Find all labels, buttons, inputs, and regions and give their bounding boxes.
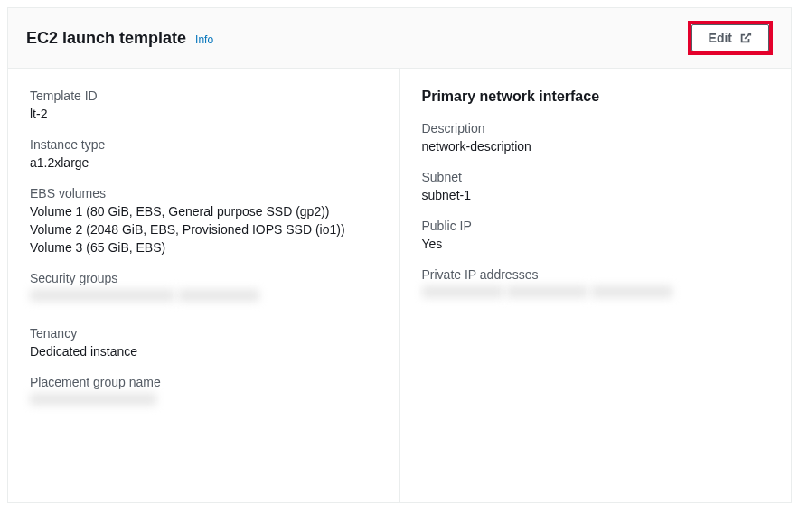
redacted-value [30, 393, 156, 406]
network-interface-heading: Primary network interface [422, 89, 770, 105]
ebs-volumes-list: Volume 1 (80 GiB, EBS, General purpose S… [30, 204, 378, 255]
edit-button-label: Edit [709, 31, 732, 45]
info-link[interactable]: Info [195, 33, 213, 46]
public-ip-field: Public IP Yes [422, 219, 770, 251]
placement-group-label: Placement group name [30, 375, 378, 389]
ebs-volumes-label: EBS volumes [30, 186, 378, 201]
redacted-value [30, 289, 174, 302]
description-field: Description network-description [422, 121, 770, 154]
instance-type-value: a1.2xlarge [30, 155, 378, 170]
left-column: Template ID lt-2 Instance type a1.2xlarg… [8, 69, 400, 502]
instance-type-field: Instance type a1.2xlarge [30, 137, 378, 170]
placement-group-field: Placement group name [30, 375, 378, 414]
template-id-field: Template ID lt-2 [30, 89, 378, 121]
redacted-value [422, 285, 503, 298]
external-link-icon [739, 32, 752, 44]
tenancy-label: Tenancy [30, 326, 378, 341]
redacted-value [506, 285, 588, 298]
ebs-volume-item: Volume 3 (65 GiB, EBS) [30, 240, 378, 255]
security-groups-field: Security groups [30, 271, 378, 310]
redacted-value [591, 285, 672, 298]
tenancy-field: Tenancy Dedicated instance [30, 326, 378, 359]
ebs-volumes-field: EBS volumes Volume 1 (80 GiB, EBS, Gener… [30, 186, 378, 255]
public-ip-label: Public IP [422, 219, 770, 233]
instance-type-label: Instance type [30, 137, 378, 152]
panel-title: EC2 launch template [26, 29, 186, 48]
description-value: network-description [422, 139, 770, 154]
right-column: Primary network interface Description ne… [400, 69, 792, 502]
edit-button-highlight: Edit [688, 21, 773, 55]
ec2-launch-template-panel: EC2 launch template Info Edit Template I… [7, 7, 792, 503]
security-groups-label: Security groups [30, 271, 378, 285]
panel-header-left: EC2 launch template Info [26, 29, 213, 48]
tenancy-value: Dedicated instance [30, 344, 378, 359]
security-groups-value [30, 289, 378, 310]
template-id-label: Template ID [30, 89, 378, 103]
ebs-volume-item: Volume 1 (80 GiB, EBS, General purpose S… [30, 204, 378, 219]
edit-button[interactable]: Edit [691, 24, 769, 51]
subnet-field: Subnet subnet-1 [422, 170, 770, 202]
public-ip-value: Yes [422, 237, 770, 251]
ebs-volume-item: Volume 2 (2048 GiB, EBS, Provisioned IOP… [30, 222, 378, 237]
private-ips-field: Private IP addresses [422, 267, 770, 306]
panel-header: EC2 launch template Info Edit [8, 8, 791, 69]
private-ips-value [422, 285, 770, 306]
private-ips-label: Private IP addresses [422, 267, 770, 282]
description-label: Description [422, 121, 770, 135]
template-id-value: lt-2 [30, 107, 378, 121]
panel-body: Template ID lt-2 Instance type a1.2xlarg… [8, 69, 791, 502]
subnet-label: Subnet [422, 170, 770, 184]
redacted-value [178, 289, 259, 302]
subnet-value: subnet-1 [422, 188, 770, 202]
placement-group-value [30, 393, 378, 414]
